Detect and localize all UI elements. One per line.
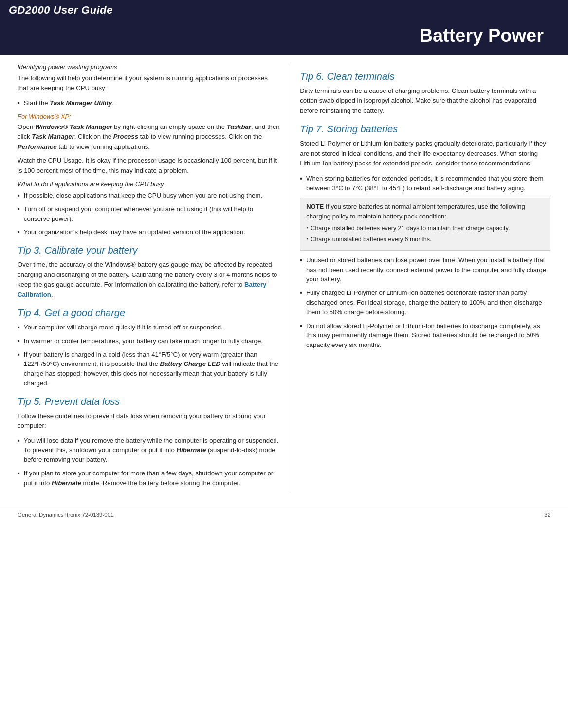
list-item: If you plan to store your computer for m…	[18, 469, 280, 488]
tip4-heading: Tip 4. Get a good charge	[18, 308, 280, 319]
tip5-body: Follow these guidelines to prevent data …	[18, 411, 280, 431]
list-item: If your battery is charged in a cold (le…	[18, 350, 280, 388]
tip7-heading: Tip 7. Storing batteries	[300, 124, 550, 135]
header: GD2000 User Guide	[0, 0, 568, 20]
right-column: Tip 6. Clean terminals Dirty terminals c…	[290, 63, 568, 493]
tip3-heading: Tip 3. Calibrate your battery	[18, 245, 280, 256]
note-box: NOTE If you store batteries at normal am…	[300, 198, 550, 251]
list-item: In warmer or cooler temperatures, your b…	[18, 336, 280, 346]
tip7-body: Stored Li-Polymer or Lithium-Ion battery…	[300, 139, 550, 168]
list-item: Turn off or suspend your computer whenev…	[18, 204, 280, 224]
section1-body: The following will help you determine if…	[18, 73, 280, 93]
tip7-bullets2: Unused or stored batteries can lose powe…	[300, 255, 550, 350]
cpu-bullets: If possible, close applications that kee…	[18, 191, 280, 237]
header-title: GD2000 User Guide	[9, 4, 113, 17]
winxp-text1: Open Windows® Task Manager by right-clic…	[18, 122, 280, 152]
task-manager-bullet-list: Start the Task Manager Utility.	[18, 98, 280, 108]
list-item: Your computer will charge more quickly i…	[18, 323, 280, 332]
note-label: NOTE	[306, 203, 324, 210]
note-text: If you store batteries at normal ambient…	[306, 203, 525, 220]
note-sub-bullets: Charge installed batteries every 21 days…	[306, 224, 544, 244]
bullet-task-manager: Start the Task Manager Utility.	[18, 98, 280, 108]
winxp-text2: Watch the CPU Usage. It is okay if the p…	[18, 156, 280, 176]
footer: General Dynamics Itronix 72-0139-001 32	[0, 508, 568, 522]
list-item: If possible, close applications that kee…	[18, 191, 280, 200]
section1-title: Identifying power wasting programs	[18, 63, 280, 71]
list-item: You will lose data if you remove the bat…	[18, 436, 280, 465]
tip5-heading: Tip 5. Prevent data loss	[18, 396, 280, 407]
tip3-body: Over time, the accuracy of the Windows® …	[18, 260, 280, 300]
list-item: When storing batteries for extended peri…	[300, 174, 550, 193]
battery-calibration-link[interactable]: Battery Calibration	[18, 281, 266, 298]
footer-left: General Dynamics Itronix 72-0139-001	[18, 512, 114, 518]
page-title: Battery Power	[419, 25, 549, 46]
tip6-body: Dirty terminals can be a cause of chargi…	[300, 86, 550, 116]
winxp-title: For Windows® XP:	[18, 113, 280, 120]
left-column: Identifying power wasting programs The f…	[0, 63, 290, 493]
content-area: Identifying power wasting programs The f…	[0, 55, 568, 493]
list-item: Unused or stored batteries can lose powe…	[300, 255, 550, 284]
list-item: Fully charged Li-Polymer or Lithium-Ion …	[300, 288, 550, 317]
list-item: Charge installed batteries every 21 days…	[306, 224, 544, 233]
list-item: Do not allow stored Li-Polymer or Lithiu…	[300, 321, 550, 350]
tip7-bullets1: When storing batteries for extended peri…	[300, 174, 550, 193]
list-item: Your organization's help desk may have a…	[18, 227, 280, 237]
tip5-bullets: You will lose data if you remove the bat…	[18, 436, 280, 488]
list-item: Charge uninstalled batteries every 6 mon…	[306, 235, 544, 244]
section2-title: What to do if applications are keeping t…	[18, 181, 280, 188]
tip4-bullets: Your computer will charge more quickly i…	[18, 323, 280, 388]
title-bar: Battery Power	[0, 20, 568, 55]
winxp-block: For Windows® XP: Open Windows® Task Mana…	[18, 113, 280, 176]
tip6-heading: Tip 6. Clean terminals	[300, 71, 550, 82]
footer-right: 32	[544, 512, 550, 518]
